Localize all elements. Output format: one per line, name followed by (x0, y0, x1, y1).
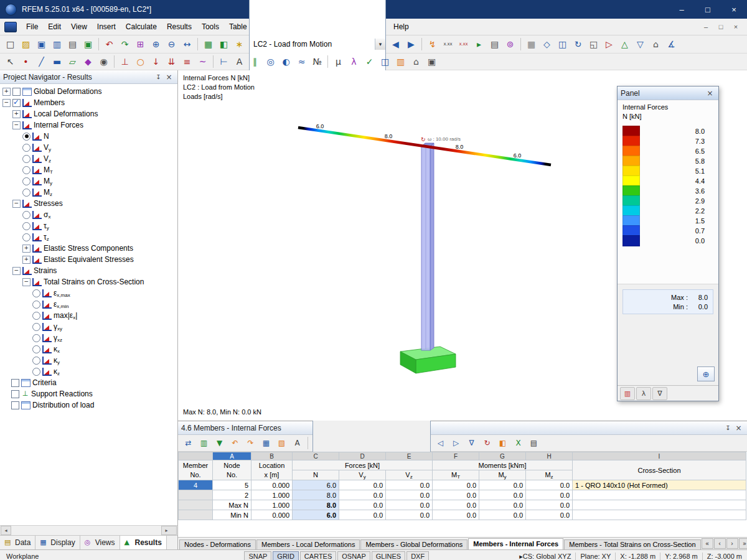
radio-icon[interactable] (32, 323, 40, 331)
vz-cell[interactable]: 0.0 (386, 500, 433, 510)
cartes-toggle[interactable]: CARTES (300, 551, 336, 560)
member-number-cell[interactable] (179, 500, 213, 510)
corner-cell[interactable] (179, 452, 213, 460)
checkbox-checked-icon[interactable] (12, 99, 21, 107)
column-letter-h[interactable]: H (526, 452, 573, 460)
nodal-load-icon[interactable]: ↓ (148, 54, 164, 69)
tree-item-mz[interactable]: Mz (0, 187, 177, 198)
n-cell[interactable]: 6.0 (293, 510, 339, 520)
member-hinge-icon[interactable]: ○ (133, 54, 148, 69)
print-icon[interactable]: ▤ (65, 37, 80, 52)
vz-cell[interactable]: 0.0 (386, 490, 433, 500)
plausibility-check-icon[interactable]: ✓ (362, 54, 377, 69)
tree-item-tau-y[interactable]: τy (0, 220, 177, 231)
perspective-view-icon[interactable]: ⌂ (648, 37, 664, 52)
view-in-x-icon[interactable]: ▷ (601, 37, 617, 52)
member-number-cell[interactable]: 4 (179, 480, 213, 490)
rotate-view-icon[interactable]: ↻ (570, 37, 586, 52)
my-cell[interactable]: 0.0 (479, 500, 526, 510)
mdi-restore-button[interactable]: □ (713, 21, 728, 33)
column-letter-f[interactable]: F (433, 452, 479, 460)
zoom-window-icon[interactable]: ⊞ (133, 37, 148, 52)
member-icon[interactable]: ▬ (49, 54, 65, 69)
3d-viewport[interactable]: 6.0 8.0 8.0 6.0 ↻ ω : 10.00 rad/s Intern… (178, 70, 747, 421)
expand-icon[interactable] (22, 256, 31, 264)
radio-icon[interactable] (32, 357, 40, 365)
tab-members-global-deformations[interactable]: Members - Global Deformations (360, 539, 467, 549)
navigator-toggle-icon[interactable]: ◧ (216, 37, 232, 52)
menu-item[interactable]: File (21, 19, 43, 34)
tree-item-kappa-z[interactable]: κz (0, 366, 177, 377)
tree-item-local-deformations[interactable]: Local Deformations (0, 108, 177, 119)
menu-item[interactable]: View (66, 19, 92, 34)
navigator-horizontal-scrollbar[interactable] (0, 525, 177, 535)
visibility-icon[interactable]: ◐ (278, 54, 294, 69)
graphic-sync-icon[interactable]: ⇄ (181, 436, 196, 450)
cross-section-cell[interactable] (573, 500, 746, 510)
tree-item-support-reactions[interactable]: Support Reactions (0, 388, 177, 399)
column-letter-g[interactable]: G (479, 452, 526, 460)
document-icon[interactable] (4, 22, 17, 32)
my-cell[interactable]: 0.0 (479, 510, 526, 520)
previous-load-case-icon[interactable]: ◀ (388, 37, 403, 52)
panel-filter-tab-icon[interactable]: ∇ (652, 387, 667, 400)
collapse-icon[interactable] (12, 200, 21, 208)
guidelines-icon[interactable]: ∥ (247, 54, 263, 69)
generate-load-case-icon[interactable]: ∗ (232, 37, 247, 52)
expand-icon[interactable] (22, 245, 31, 253)
close-icon[interactable] (164, 72, 174, 82)
printer-icon[interactable]: ▤ (526, 436, 542, 450)
redo-icon[interactable]: ↷ (243, 436, 258, 450)
menu-item[interactable]: Edit (43, 19, 66, 34)
snap-toggle[interactable]: SNAP (244, 551, 271, 560)
radio-icon[interactable] (32, 301, 40, 309)
new-model-icon[interactable]: □ (2, 37, 18, 52)
result-filter-icon[interactable]: ▦ (258, 436, 274, 450)
undo-icon[interactable]: ↶ (101, 37, 117, 52)
mz-cell[interactable]: 0.0 (526, 480, 573, 490)
my-cell[interactable]: 0.0 (479, 490, 526, 500)
open-file-icon[interactable]: ▨ (18, 37, 34, 52)
mz-cell[interactable]: 0.0 (526, 510, 573, 520)
node-cell[interactable]: 5 (213, 480, 251, 490)
tree-item-n[interactable]: N (0, 131, 177, 142)
mt-cell[interactable]: 0.0 (433, 500, 479, 510)
close-button[interactable]: × (721, 0, 747, 19)
work-plane-icon[interactable]: ◫ (555, 37, 570, 52)
first-tab-button[interactable] (702, 538, 713, 549)
radio-icon[interactable] (32, 334, 40, 342)
collapse-icon[interactable] (12, 121, 21, 129)
column-letter-i[interactable]: I (573, 452, 746, 460)
tab-data[interactable]: Data (0, 536, 35, 549)
generator-icon[interactable]: λ (346, 54, 362, 69)
tree-item-eps-x-min[interactable]: εx,min (0, 299, 177, 310)
previous-tab-button[interactable] (714, 538, 726, 549)
line-icon[interactable]: ╱ (34, 54, 49, 69)
grid-toggle[interactable]: GRID (273, 551, 299, 560)
tree-item-elastic-stress-components[interactable]: Elastic Stress Components (0, 243, 177, 254)
tree-item-max-eps-x[interactable]: max|εx| (0, 310, 177, 321)
collapse-icon[interactable] (12, 267, 21, 275)
snap-settings-icon[interactable]: ◇ (539, 37, 555, 52)
menu-item[interactable]: Tools (197, 19, 224, 34)
excel-export-icon[interactable]: X (510, 436, 526, 450)
undo-icon[interactable]: ↶ (227, 436, 243, 450)
collapse-icon[interactable] (22, 278, 31, 286)
opening-icon[interactable]: ◉ (96, 54, 111, 69)
column-letter-b[interactable]: B (251, 452, 293, 460)
next-table-icon[interactable]: ▷ (448, 436, 464, 450)
pin-icon[interactable] (153, 72, 164, 82)
mdi-minimize-button[interactable]: – (698, 21, 713, 33)
member-number-cell[interactable] (179, 510, 213, 520)
copy-icon[interactable]: ▣ (80, 37, 96, 52)
mt-cell[interactable]: 0.0 (433, 480, 479, 490)
close-icon[interactable] (705, 88, 715, 98)
tree-item-vy[interactable]: Vy (0, 142, 177, 153)
cross-section-cell[interactable] (573, 490, 746, 500)
pan-view-icon[interactable]: ↔ (179, 37, 195, 52)
tab-members-total-strains[interactable]: Members - Total Strains on Cross-Section (564, 539, 700, 549)
solid-icon[interactable]: ◆ (80, 54, 96, 69)
my-cell[interactable]: 0.0 (479, 480, 526, 490)
max-result-values-icon[interactable]: X.XX (456, 37, 471, 52)
radio-icon[interactable] (32, 345, 40, 353)
